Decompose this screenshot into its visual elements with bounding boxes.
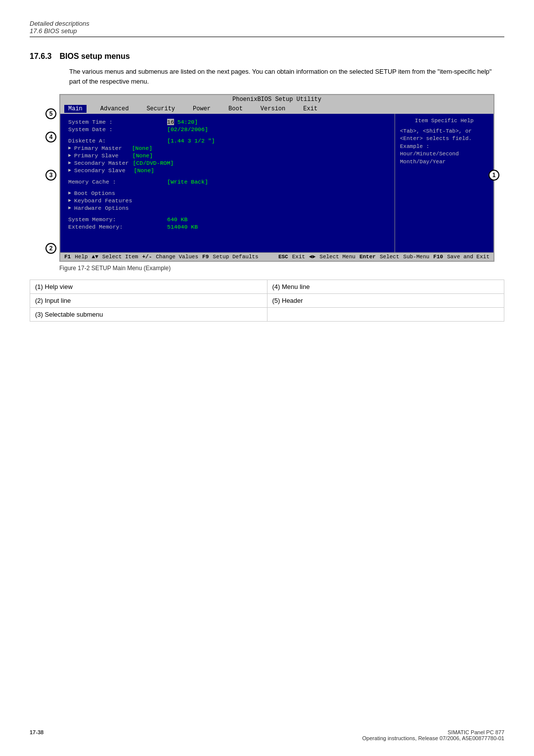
secondary-master-label: Secondary Master <box>74 160 129 166</box>
spacer-3 <box>68 186 387 190</box>
bios-help-panel: Item Specific Help <Tab>, <Shift-Tab>, o… <box>395 114 493 252</box>
system-memory-label: System Memory: <box>68 216 167 223</box>
section-title: BIOS setup menus <box>59 52 130 61</box>
primary-slave-item[interactable]: ► Primary Slave [None] <box>68 152 387 159</box>
diskette-row: Diskette A: [1.44 3 1/2 "] <box>68 138 387 144</box>
esc-key: ESC <box>278 254 288 260</box>
hardware-options-item[interactable]: ► Hardware Options <box>68 205 387 211</box>
plusminus-desc: Change Values <box>156 254 198 260</box>
enter-desc: Select <box>380 254 400 260</box>
f1-key: F1 <box>64 254 71 260</box>
secondary-master-arrow: ► <box>68 160 71 166</box>
primary-slave-value: [None] <box>133 152 153 159</box>
menu-exit[interactable]: Exit <box>299 105 321 113</box>
bios-titlebar: PhoenixBIOS Setup Utility <box>60 95 493 104</box>
page-footer: 17-38 SIMATIC Panel PC 877 Operating ins… <box>30 729 504 741</box>
f1-desc: Help <box>75 254 88 260</box>
diskette-label: Diskette A: <box>68 138 167 144</box>
time-highlight: 16 <box>167 119 174 125</box>
secondary-master-item[interactable]: ► Secondary Master [CD/DVD-ROM] <box>68 160 387 166</box>
plusminus-key: +/- <box>142 254 152 260</box>
spacer-1 <box>68 134 387 138</box>
primary-master-value: [None] <box>132 145 152 151</box>
bios-content: System Time : 16 54:20] System Date : [0… <box>60 114 493 252</box>
submenu-desc: Sub-Menu <box>403 254 430 260</box>
keyboard-features-arrow: ► <box>68 198 71 203</box>
bios-statusbar: F1 Help ▲▼ Select Item +/- Change Values… <box>60 252 493 261</box>
system-date-label: System Date : <box>68 126 167 133</box>
primary-master-label: Primary Master <box>74 145 122 151</box>
menu-advanced[interactable]: Advanced <box>96 105 133 113</box>
secondary-slave-item[interactable]: ► Secondary Slave [None] <box>68 167 387 174</box>
boot-options-label: Boot Options <box>74 190 115 196</box>
ref-table-row-2: (2) Input line (5) Header <box>30 294 504 308</box>
hardware-options-arrow: ► <box>68 205 71 211</box>
memory-cache-value[interactable]: [Write Back] <box>167 179 208 185</box>
spacer-2 <box>68 175 387 179</box>
header-section: Detailed descriptions 17.6 BIOS setup <box>30 20 504 37</box>
menu-boot[interactable]: Boot <box>224 105 247 113</box>
status-left: F1 Help ▲▼ Select Item +/- Change Values… <box>64 254 259 260</box>
ref-cell-3-left: (3) Selectable submenu <box>30 308 267 322</box>
help-text: <Tab>, <Shift-Tab>, or <Enter> selects f… <box>400 128 489 166</box>
f9-desc: Setup Defaults <box>213 254 258 260</box>
arrows-desc: Select Item <box>102 254 138 260</box>
help-title: Item Specific Help <box>400 118 489 124</box>
hardware-options-label: Hardware Options <box>74 205 129 211</box>
f10-desc: Save and Exit <box>447 254 490 260</box>
f10-key: F10 <box>433 254 443 260</box>
callout-5: 5 <box>45 108 56 119</box>
memory-cache-row: Memory Cache : [Write Back] <box>68 179 387 185</box>
arrows-key: ▲▼ <box>92 254 98 260</box>
menu-power[interactable]: Power <box>189 105 215 113</box>
extended-memory-value: 514040 KB <box>167 224 198 230</box>
footer-right: SIMATIC Panel PC 877 Operating instructi… <box>362 729 504 741</box>
status-right: ESC Exit ◄► Select Menu Enter Select Sub… <box>278 254 490 260</box>
callout-2: 2 <box>45 243 56 254</box>
system-time-label: System Time : <box>68 119 167 125</box>
ref-table: (1) Help view (4) Menu line (2) Input li… <box>30 280 504 322</box>
section-heading: 17.6.3 BIOS setup menus <box>30 52 504 61</box>
system-memory-value: 640 KB <box>167 216 187 223</box>
extended-memory-row: Extended Memory: 514040 KB <box>68 224 387 230</box>
enter-key: Enter <box>359 254 376 260</box>
primary-slave-arrow: ► <box>68 153 71 158</box>
primary-master-arrow: ► <box>68 145 71 151</box>
bios-screenshot-container: 5 4 3 2 1 PhoenixBIOS Setup Utility Main… <box>30 94 504 272</box>
primary-master-item[interactable]: ► Primary Master [None] <box>68 145 387 151</box>
header-subtitle: 17.6 BIOS setup <box>30 27 504 35</box>
secondary-slave-label: Secondary Slave <box>74 167 126 174</box>
header-title: Detailed descriptions <box>30 20 504 27</box>
footer-page-number: 17-38 <box>30 729 44 741</box>
footer-release: Operating instructions, Release 07/2006,… <box>362 735 504 741</box>
secondary-master-value: [CD/DVD-ROM] <box>133 160 174 166</box>
keyboard-features-label: Keyboard Features <box>74 197 132 204</box>
menu-security[interactable]: Security <box>142 105 179 113</box>
ref-cell-3-right <box>267 308 504 322</box>
menu-version[interactable]: Version <box>257 105 289 113</box>
system-date-value[interactable]: [02/28/2006] <box>167 126 208 133</box>
callout-3: 3 <box>45 170 56 181</box>
diskette-value[interactable]: [1.44 3 1/2 "] <box>167 138 215 144</box>
footer-product: SIMATIC Panel PC 877 <box>362 729 504 735</box>
bios-screenshot: 5 4 3 2 1 PhoenixBIOS Setup Utility Main… <box>59 94 494 262</box>
system-date-row: System Date : [02/28/2006] <box>68 126 387 133</box>
boot-options-item[interactable]: ► Boot Options <box>68 190 387 196</box>
figure-caption: Figure 17-2 SETUP Main Menu (Example) <box>59 265 504 272</box>
section-number: 17.6.3 <box>30 52 51 61</box>
menu-main[interactable]: Main <box>64 105 87 113</box>
system-memory-row: System Memory: 640 KB <box>68 216 387 223</box>
callout-1: 1 <box>489 170 499 181</box>
esc-desc: Exit <box>292 254 305 260</box>
system-time-value[interactable]: 16 54:20] <box>167 119 198 125</box>
ref-cell-1-left: (1) Help view <box>30 280 267 294</box>
ref-cell-2-left: (2) Input line <box>30 294 267 308</box>
page-container: Detailed descriptions 17.6 BIOS setup 17… <box>0 0 534 341</box>
callout-4: 4 <box>45 132 56 142</box>
extended-memory-label: Extended Memory: <box>68 224 167 230</box>
ref-table-row-3: (3) Selectable submenu <box>30 308 504 322</box>
ref-table-row-1: (1) Help view (4) Menu line <box>30 280 504 294</box>
description-text: The various menus and submenus are liste… <box>69 67 504 86</box>
keyboard-features-item[interactable]: ► Keyboard Features <box>68 197 387 204</box>
lr-arrows-key: ◄► <box>309 254 315 260</box>
